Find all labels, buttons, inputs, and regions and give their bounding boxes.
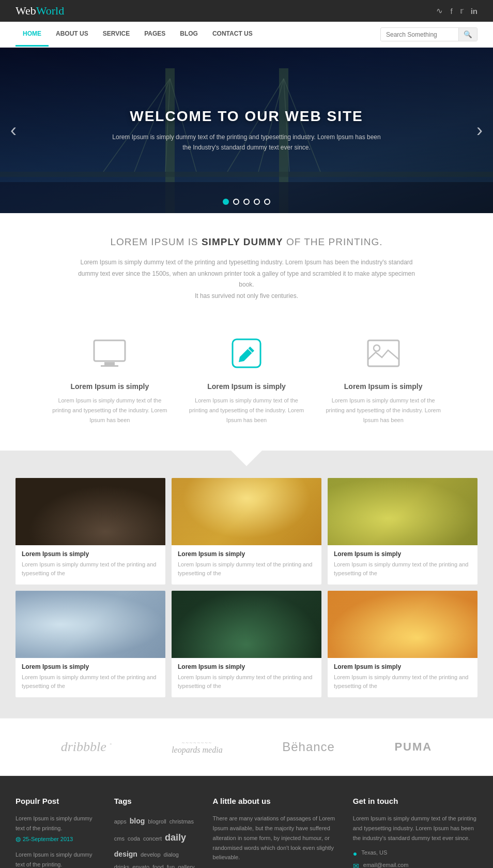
tag-gallery[interactable]: gallery xyxy=(178,864,194,868)
post-item-1: Lorem Ipsum is simply dummy text of the … xyxy=(16,814,99,842)
tag-apps[interactable]: apps xyxy=(114,818,127,825)
portfolio-item-4[interactable]: Lorem Ipsum is simply Lorem Ipsum is sim… xyxy=(16,591,165,697)
hero-dot-4[interactable] xyxy=(254,199,260,205)
contact-address: ● Texas, US xyxy=(353,849,477,858)
footer-about: A little about us There are many variati… xyxy=(213,797,337,868)
portfolio-item-2[interactable]: Lorem Ipsum is simply Lorem Ipsum is sim… xyxy=(172,478,321,585)
portfolio-title-6: Lorem Ipsum is simply xyxy=(334,663,471,670)
nav-contact[interactable]: CONTACT US xyxy=(205,22,260,47)
portfolio-section: Lorem Ipsum is simply Lorem Ipsum is sim… xyxy=(0,451,493,718)
svg-rect-14 xyxy=(104,362,115,365)
tag-dialog[interactable]: dialog xyxy=(164,851,179,858)
portfolio-img-1 xyxy=(16,478,165,545)
portfolio-body-3: Lorem Ipsum is simply dummy text of the … xyxy=(334,560,471,577)
popular-post-heading: Populr Post xyxy=(16,797,99,805)
hero-prev-button[interactable]: ‹ xyxy=(10,119,17,141)
tag-blog[interactable]: blog xyxy=(130,817,145,825)
post-item-2: Lorem Ipsum is simply dummy text of the … xyxy=(16,850,99,868)
portfolio-item-5[interactable]: Lorem Ipsum is simply Lorem Ipsum is sim… xyxy=(172,591,321,697)
post-text-1: Lorem Ipsum is simply dummy text of the … xyxy=(16,814,99,833)
edit-icon xyxy=(189,333,305,374)
clock-icon-1: ◍ xyxy=(16,835,21,843)
tag-daily[interactable]: daily xyxy=(165,832,186,843)
logo-world: World xyxy=(36,4,64,17)
portfolio-img-4 xyxy=(16,591,165,658)
search-button[interactable]: 🔍 xyxy=(458,28,477,41)
hero-content: WELCOME TO OUR WEB SITE Lorem Ipsum is s… xyxy=(60,108,433,153)
svg-point-19 xyxy=(374,345,380,351)
behance-label: Bëhance xyxy=(282,740,335,754)
tag-design[interactable]: design xyxy=(114,850,137,858)
portfolio-title-5: Lorem Ipsum is simply xyxy=(178,663,315,670)
rss-icon[interactable]: ∿ xyxy=(436,6,443,16)
about-heading: A little about us xyxy=(213,797,337,805)
portfolio-info-6: Lorem Ipsum is simply Lorem Ipsum is sim… xyxy=(328,658,477,697)
section-divider-triangle xyxy=(16,451,477,468)
feature-3-title: Lorem Ipsum is simply xyxy=(325,382,441,391)
tags-heading: Tags xyxy=(114,797,197,805)
hero-section: ‹ WELCOME TO OUR WEB SITE Lorem Ipsum is… xyxy=(0,48,493,213)
search-box: 🔍 xyxy=(380,27,477,41)
tag-coda[interactable]: coda xyxy=(128,835,140,842)
portfolio-img-6 xyxy=(328,591,477,658)
tag-develop[interactable]: develop xyxy=(141,851,161,858)
search-input[interactable] xyxy=(381,28,458,41)
monitor-icon xyxy=(52,333,168,374)
tag-cms[interactable]: cms xyxy=(114,835,125,842)
contact-email: ✉ email@email.com xyxy=(353,862,477,869)
tag-envato[interactable]: envato xyxy=(132,864,149,868)
nav-pages[interactable]: PAGES xyxy=(137,22,173,47)
portfolio-info-1: Lorem Ipsum is simply Lorem Ipsum is sim… xyxy=(16,545,165,585)
facebook-icon[interactable]: f xyxy=(450,7,452,16)
tag-christmas[interactable]: christmas xyxy=(170,818,194,825)
hero-dot-3[interactable] xyxy=(243,199,250,205)
logo[interactable]: WebWorld xyxy=(16,4,64,18)
portfolio-info-2: Lorem Ipsum is simply Lorem Ipsum is sim… xyxy=(172,545,321,585)
hero-next-button[interactable]: › xyxy=(476,119,483,141)
footer-cols: Populr Post Lorem Ipsum is simply dummy … xyxy=(16,797,477,868)
features-section: Lorem Ipsum is simply Lorem Ipsum is sim… xyxy=(0,317,493,451)
nav-service[interactable]: SERVICE xyxy=(96,22,137,47)
intro-heading-bold: SIMPLY DUMMY xyxy=(202,236,283,247)
hero-dot-5[interactable] xyxy=(264,199,270,205)
partner-puma[interactable]: PUMA xyxy=(394,740,432,754)
nav-blog[interactable]: BLOG xyxy=(173,22,205,47)
partner-behance[interactable]: Bëhance xyxy=(282,740,335,754)
dribbble-label: dribbble xyxy=(61,739,106,754)
nav-home[interactable]: HOME xyxy=(16,22,49,47)
portfolio-body-6: Lorem Ipsum is simply dummy text of the … xyxy=(334,673,471,690)
nav-links: HOME ABOUT US SERVICE PAGES BLOG CONTACT… xyxy=(16,22,260,47)
nav-about[interactable]: ABOUT US xyxy=(49,22,96,47)
about-body1: There are many variations of passages of… xyxy=(213,814,337,862)
tag-drinks[interactable]: drinks xyxy=(114,864,129,868)
tag-food[interactable]: food xyxy=(152,864,163,868)
footer: Populr Post Lorem Ipsum is simply dummy … xyxy=(0,776,493,868)
hero-dots xyxy=(223,199,270,205)
twitter-icon[interactable]: 𝕣 xyxy=(460,6,464,16)
partners-section: dribbble ◦ ~~~~~~~~ leopards media Bëhan… xyxy=(0,718,493,776)
tag-concert[interactable]: concert xyxy=(143,835,162,842)
portfolio-info-5: Lorem Ipsum is simply Lorem Ipsum is sim… xyxy=(172,658,321,697)
footer-popular-post: Populr Post Lorem Ipsum is simply dummy … xyxy=(16,797,99,868)
logo-web: Web xyxy=(16,4,36,17)
tags-cloud: apps blog blogroll christmas cms coda co… xyxy=(114,814,197,868)
intro-section: LOREM IPSUM IS SIMPLY DUMMY OF THE PRINT… xyxy=(0,213,493,317)
portfolio-item-1[interactable]: Lorem Ipsum is simply Lorem Ipsum is sim… xyxy=(16,478,165,585)
hero-dot-2[interactable] xyxy=(233,199,239,205)
tag-blogroll[interactable]: blogroll xyxy=(148,818,166,825)
footer-tags: Tags apps blog blogroll christmas cms co… xyxy=(114,797,197,868)
hero-title: WELCOME TO OUR WEB SITE xyxy=(112,108,381,125)
linkedin-icon[interactable]: in xyxy=(471,7,477,16)
tag-fun[interactable]: fun xyxy=(167,864,175,868)
portfolio-item-6[interactable]: Lorem Ipsum is simply Lorem Ipsum is sim… xyxy=(328,591,477,697)
partner-dribbble[interactable]: dribbble ◦ xyxy=(61,739,112,755)
portfolio-title-3: Lorem Ipsum is simply xyxy=(334,550,471,558)
svg-rect-18 xyxy=(368,340,399,366)
portfolio-title-4: Lorem Ipsum is simply xyxy=(22,663,159,670)
portfolio-info-3: Lorem Ipsum is simply Lorem Ipsum is sim… xyxy=(328,545,477,585)
feature-3-body: Lorem Ipsum is simply dummy text of the … xyxy=(325,396,441,425)
hero-dot-1[interactable] xyxy=(223,199,229,205)
image-icon xyxy=(325,333,441,374)
portfolio-item-3[interactable]: Lorem Ipsum is simply Lorem Ipsum is sim… xyxy=(328,478,477,585)
partner-leopards[interactable]: ~~~~~~~~ leopards media xyxy=(172,740,223,755)
